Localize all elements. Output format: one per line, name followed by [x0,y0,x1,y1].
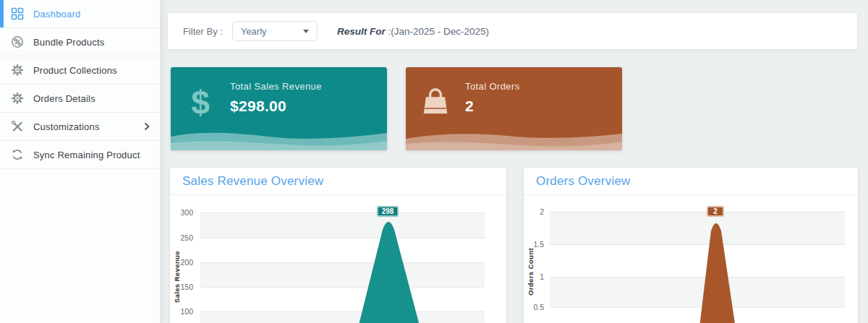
chevron-right-icon [144,122,150,131]
orders-overview-chart: Orders Overview 2 1.5 1 0.5 Orders Count… [524,168,858,323]
sidebar-item-label: Customizations [33,121,100,132]
sidebar-item-label: Dashboard [33,9,80,20]
chevron-down-icon [303,30,309,33]
sidebar-item-customizations[interactable]: Customizations [0,113,160,141]
sidebar-item-label: Orders Details [33,93,95,104]
result-for-label: Result For [337,26,386,37]
stat-card-value: 2 [465,98,520,115]
sidebar-item-label: Bundle Products [33,37,104,48]
sidebar-item-label: Product Collections [33,65,117,76]
y-tick: 2 [521,207,544,216]
filter-bar: Filter By : Yearly Result For :(Jan-2025… [168,13,857,49]
shopping-bag-icon [420,86,451,116]
sales-peak-shape [200,191,485,323]
active-indicator-bar [0,0,4,27]
result-for-range: :(Jan-2025 - Dec-2025) [388,26,489,37]
stat-card-title: Total Sales Revenue [230,81,322,92]
y-tick: 250 [170,233,193,242]
y-axis-label: Sales Revenue [173,251,181,303]
sidebar: Dashboard Bundle Products [0,0,161,323]
tools-icon [11,120,24,133]
y-axis-label: Orders Count [527,248,535,296]
y-tick: 0.5 [521,303,544,311]
total-sales-revenue-card: $ Total Sales Revenue $298.00 [171,67,387,150]
orders-peak-shape [550,191,845,323]
filter-period-dropdown[interactable]: Yearly [232,21,318,41]
sales-revenue-plot-area: 300 250 200 150 100 Sales Revenue 298 [170,191,506,323]
y-tick: 300 [170,208,193,217]
dashboard-page: Dashboard Bundle Products [0,0,868,323]
sidebar-item-label: Sync Remaining Product [33,150,140,160]
dollar-icon: $ [191,86,210,119]
chart-title: Sales Revenue Overview [170,168,506,194]
total-orders-card: Total Orders 2 [406,67,622,150]
percent-circle-icon [11,35,24,48]
gear-icon [11,64,24,77]
dashboard-grid-icon [11,7,24,20]
peak-value-badge: 298 [377,206,399,217]
sidebar-item-bundle-products[interactable]: Bundle Products [0,28,160,56]
orders-plot-area: 2 1.5 1 0.5 Orders Count 2 [524,191,858,323]
sales-revenue-overview-chart: Sales Revenue Overview 300 250 200 150 1… [170,168,506,323]
filter-by-label: Filter By : [183,26,223,37]
chart-title: Orders Overview [524,168,858,194]
stat-card-title: Total Orders [465,81,520,92]
sidebar-item-orders-details[interactable]: Orders Details [0,85,160,113]
sidebar-item-product-collections[interactable]: Product Collections [0,56,160,85]
sync-icon [11,148,24,161]
dropdown-selected-value: Yearly [241,26,267,37]
sidebar-item-sync-remaining-product[interactable]: Sync Remaining Product [0,141,160,169]
stat-card-value: $298.00 [230,98,322,115]
y-tick: 100 [170,307,193,316]
peak-value-badge: 2 [707,206,724,217]
result-for-text: Result For :(Jan-2025 - Dec-2025) [337,26,489,37]
sidebar-item-dashboard[interactable]: Dashboard [0,0,160,28]
gear-icon [11,92,24,105]
